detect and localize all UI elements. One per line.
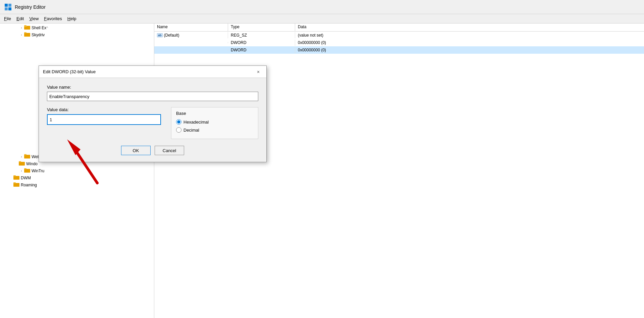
- ok-button[interactable]: OK: [121, 146, 151, 155]
- tree-item-skydriv[interactable]: › Skydriv: [0, 31, 154, 38]
- folder-icon-skydriv: [24, 32, 30, 38]
- val-label-default: (Default): [164, 33, 179, 38]
- value-data-input[interactable]: [47, 114, 161, 125]
- svg-rect-12: [19, 161, 21, 162]
- folder-icon-websh: [24, 154, 30, 160]
- radio-decimal[interactable]: [176, 127, 181, 133]
- menu-help[interactable]: Help: [65, 15, 79, 22]
- menu-edit[interactable]: Edit: [14, 15, 26, 22]
- svg-rect-8: [24, 32, 26, 33]
- svg-rect-10: [24, 154, 26, 155]
- tree-truncate-shellex: ^: [46, 26, 48, 30]
- tree-arrow-websh: ›: [19, 155, 24, 158]
- svg-rect-15: [13, 176, 19, 180]
- col-header-name: Name: [154, 24, 228, 31]
- svg-rect-2: [5, 7, 8, 10]
- val-type-2: DWORD: [228, 40, 295, 46]
- tree-label-dwm: DWM: [21, 176, 31, 180]
- svg-rect-18: [13, 182, 16, 183]
- radio-hexadecimal-row[interactable]: Hexadecimal: [176, 119, 253, 125]
- value-name-label: Value name:: [47, 85, 258, 90]
- folder-icon-windo: [19, 161, 25, 167]
- value-name-input[interactable]: [47, 92, 258, 101]
- svg-rect-11: [19, 162, 25, 166]
- val-data-default: (value not set): [295, 32, 644, 38]
- tree-label-shellex: Shell Ex: [32, 26, 46, 30]
- val-data-3: 0x00000000 (0): [295, 47, 644, 53]
- tree-label-skydriv: Skydriv: [32, 33, 45, 37]
- tree-label-roaming: Roaming: [21, 183, 37, 187]
- svg-rect-6: [24, 25, 26, 26]
- tree-label-wintru: WinTru: [32, 169, 44, 173]
- col-header-data: Data: [295, 24, 644, 31]
- table-row[interactable]: DWORD 0x00000000 (0): [154, 46, 644, 54]
- tree-arrow-skydriv: ›: [19, 33, 24, 37]
- svg-rect-17: [13, 183, 19, 187]
- ab-icon: ab: [157, 33, 163, 37]
- col-header-type: Type: [228, 24, 295, 31]
- folder-icon-dwm: [13, 175, 19, 181]
- base-title: Base: [176, 111, 253, 116]
- tree-item-shellex[interactable]: › Shell Ex ^: [0, 24, 154, 31]
- dialog-titlebar: Edit DWORD (32-bit) Value ×: [39, 66, 266, 78]
- menu-favorites[interactable]: Favorites: [41, 15, 64, 22]
- dialog-buttons: OK Cancel: [47, 146, 258, 155]
- svg-rect-1: [8, 4, 11, 7]
- folder-icon-roaming: [13, 182, 19, 188]
- radio-decimal-label: Decimal: [183, 128, 199, 133]
- val-name-2: [154, 42, 228, 43]
- folder-icon-wintru: [24, 168, 30, 174]
- dialog-middle-row: Value data: Base Hexadecimal Decimal: [47, 107, 258, 139]
- radio-decimal-row[interactable]: Decimal: [176, 127, 253, 133]
- val-data-2: 0x00000000 (0): [295, 40, 644, 46]
- menu-bar: File Edit View Favorites Help: [0, 14, 644, 24]
- edit-dword-dialog: Edit DWORD (32-bit) Value × Value name: …: [39, 65, 267, 162]
- app-icon: [4, 3, 12, 11]
- tree-item-roaming[interactable]: › Roaming: [0, 181, 154, 188]
- close-icon: ×: [257, 69, 260, 75]
- svg-rect-16: [13, 175, 16, 176]
- svg-rect-9: [24, 155, 30, 158]
- tree-top: › Shell Ex ^ › Skydriv: [0, 24, 154, 38]
- val-name-3: [154, 49, 228, 51]
- value-data-label: Value data:: [47, 107, 161, 112]
- dialog-title: Edit DWORD (32-bit) Value: [43, 69, 96, 74]
- menu-view[interactable]: View: [26, 15, 41, 22]
- table-row[interactable]: DWORD 0x00000000 (0): [154, 39, 644, 46]
- svg-rect-3: [8, 7, 11, 10]
- val-type-default: REG_SZ: [228, 32, 295, 38]
- tree-item-wintru[interactable]: › WinTru: [0, 167, 154, 174]
- radio-hexadecimal-label: Hexadecimal: [183, 120, 209, 125]
- values-header: Name Type Data: [154, 24, 644, 32]
- tree-arrow-wintru: ›: [19, 169, 24, 173]
- title-bar: Registry Editor: [0, 0, 644, 14]
- folder-icon-shellex: [24, 25, 30, 31]
- dialog-body: Value name: Value data: Base Hexadecimal…: [39, 78, 266, 162]
- app-title: Registry Editor: [15, 4, 46, 10]
- svg-rect-14: [24, 168, 26, 169]
- svg-rect-7: [24, 33, 30, 37]
- radio-hexadecimal[interactable]: [176, 119, 181, 125]
- tree-item-dwm[interactable]: › DWM: [0, 174, 154, 181]
- tree-label-windo: Windo: [26, 162, 38, 166]
- val-type-3: DWORD: [228, 47, 295, 53]
- tree-arrow: ›: [19, 26, 24, 30]
- menu-file[interactable]: File: [1, 15, 14, 22]
- svg-rect-0: [5, 4, 8, 7]
- val-name-default: ab (Default): [154, 32, 228, 38]
- value-data-section: Value data:: [47, 107, 161, 139]
- svg-rect-13: [24, 169, 30, 173]
- cancel-button[interactable]: Cancel: [155, 146, 184, 155]
- dialog-close-button[interactable]: ×: [254, 68, 262, 76]
- table-row[interactable]: ab (Default) REG_SZ (value not set): [154, 32, 644, 39]
- base-section: Base Hexadecimal Decimal: [171, 107, 258, 139]
